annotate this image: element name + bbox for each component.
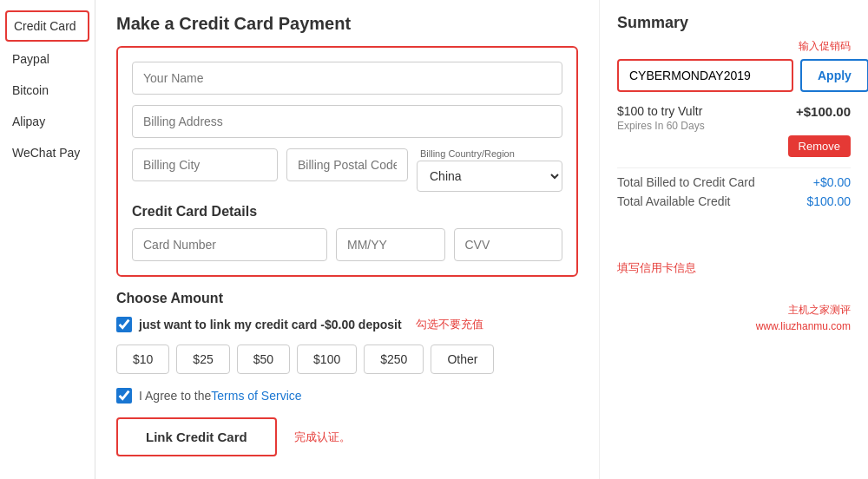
terms-row: I Agree to theTerms of Service (116, 388, 578, 404)
total-credit-value: $100.00 (806, 194, 851, 208)
summary-panel: Summary 输入促销码 Apply $100 to try Vultr Ex… (599, 0, 868, 479)
billing-postal-wrap (286, 148, 408, 192)
total-billed-value: +$0.00 (813, 175, 851, 189)
card-cvv-input[interactable] (454, 228, 563, 261)
watermark: 主机之家测评www.liuzhanmu.com (617, 302, 851, 335)
terms-text: I Agree to theTerms of Service (139, 389, 302, 403)
fill-info-annotation: 填写信用卡信息 (617, 260, 851, 276)
no-deposit-annotation: 勾选不要充值 (416, 317, 483, 332)
amount-btn-50[interactable]: $50 (237, 344, 290, 374)
name-row (132, 62, 562, 95)
terms-checkbox[interactable] (116, 388, 132, 404)
choose-amount-title: Choose Amount (116, 291, 578, 306)
amount-btn-other[interactable]: Other (431, 344, 494, 374)
promo-name: $100 to try Vultr (617, 104, 705, 118)
page-title: Make a Credit Card Payment (116, 14, 578, 34)
summary-divider (617, 167, 851, 168)
promo-desc-row: $100 to try Vultr Expires In 60 Days +$1… (617, 104, 851, 132)
card-mmyy-input[interactable] (336, 228, 445, 261)
sidebar-item-paypal[interactable]: Paypal (0, 43, 95, 75)
promo-code-row: Apply (617, 59, 851, 92)
billing-postal-input[interactable] (286, 148, 408, 181)
promo-expires: Expires In 60 Days (617, 120, 705, 132)
payment-form-card: Billing Country/Region China Credit Card… (116, 46, 578, 277)
your-name-input[interactable] (132, 62, 562, 95)
sidebar-item-alipay[interactable]: Alipay (0, 106, 95, 137)
total-credit-label: Total Available Credit (617, 194, 730, 208)
sidebar-item-wechat[interactable]: WeChat Pay (0, 137, 95, 168)
total-credit-line: Total Available Credit $100.00 (617, 194, 851, 208)
city-postal-country-row: Billing Country/Region China (132, 148, 562, 192)
terms-link[interactable]: Terms of Service (211, 389, 301, 403)
address-row (132, 105, 562, 138)
billing-country-wrap: Billing Country/Region China (417, 148, 562, 192)
sidebar: Credit Card Paypal Bitcoin Alipay WeChat… (0, 0, 95, 479)
amount-buttons-group: $10 $25 $50 $100 $250 Other (116, 344, 578, 374)
choose-amount-section: Choose Amount just want to link my credi… (116, 291, 578, 404)
amount-btn-25[interactable]: $25 (176, 344, 229, 374)
total-billed-label: Total Billed to Credit Card (617, 175, 755, 189)
remove-promo-button[interactable]: Remove (788, 135, 851, 157)
country-label: Billing Country/Region (417, 148, 562, 159)
card-details-title: Credit Card Details (132, 204, 562, 220)
amount-btn-250[interactable]: $250 (364, 344, 424, 374)
link-card-label: just want to link my credit card -$0.00 … (139, 318, 402, 331)
promo-credit-amount: +$100.00 (796, 104, 851, 119)
submit-area: Link Credit Card 完成认证。 (116, 417, 578, 456)
promo-annotation: 输入促销码 (617, 39, 851, 54)
summary-title: Summary (617, 14, 851, 32)
total-billed-line: Total Billed to Credit Card +$0.00 (617, 175, 851, 189)
main-content: Make a Credit Card Payment Billing Count… (95, 0, 599, 479)
sidebar-item-credit-card[interactable]: Credit Card (5, 10, 89, 42)
complete-annotation: 完成认证。 (294, 430, 351, 445)
promo-code-input[interactable] (617, 59, 793, 92)
billing-city-wrap (132, 148, 278, 192)
apply-button[interactable]: Apply (800, 59, 868, 92)
card-number-input[interactable] (132, 228, 327, 261)
billing-country-select[interactable]: China (417, 161, 562, 192)
amount-btn-100[interactable]: $100 (297, 344, 357, 374)
billing-address-input[interactable] (132, 105, 562, 138)
amount-btn-10[interactable]: $10 (116, 344, 169, 374)
link-checkbox-row: just want to link my credit card -$0.00 … (116, 317, 578, 332)
sidebar-item-bitcoin[interactable]: Bitcoin (0, 75, 95, 106)
billing-city-input[interactable] (132, 148, 278, 181)
link-card-checkbox[interactable] (116, 317, 132, 332)
card-details-row (132, 228, 562, 261)
link-credit-card-button[interactable]: Link Credit Card (116, 417, 277, 456)
